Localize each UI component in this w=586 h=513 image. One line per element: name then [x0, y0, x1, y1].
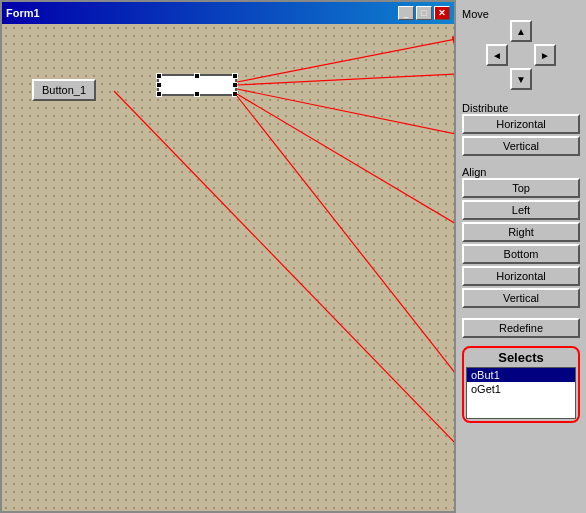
form-title: Form1 [6, 7, 40, 19]
arrow-left-button[interactable]: ◄ [486, 44, 508, 66]
arrow-down-button[interactable]: ▼ [510, 68, 532, 90]
selection-handles [159, 76, 235, 94]
form-body: Button_1 [2, 24, 454, 511]
align-label: Align [462, 166, 580, 178]
main-container: Form1 _ □ ✕ Button_1 [0, 0, 586, 513]
align-right-button[interactable]: Right [462, 222, 580, 242]
align-section: Align Top Left Right Bottom Horizontal V… [462, 164, 580, 310]
handle-bottom-left [156, 91, 162, 97]
handle-middle-left [156, 82, 162, 88]
align-top-button[interactable]: Top [462, 178, 580, 198]
align-left-button[interactable]: Left [462, 200, 580, 220]
arrow-empty-2 [534, 20, 556, 42]
titlebar-buttons: _ □ ✕ [398, 6, 450, 20]
move-label: Move [462, 8, 580, 20]
svg-line-3 [237, 94, 454, 224]
move-arrows: ▲ ◄ ► ▼ [462, 20, 580, 90]
selects-item-0[interactable]: oBut1 [467, 368, 575, 382]
arrow-center [510, 44, 532, 66]
handle-bottom-right [232, 91, 238, 97]
handle-bottom-center [194, 91, 200, 97]
arrow-right-button[interactable]: ► [534, 44, 556, 66]
selects-section: Selects oBut1 oGet1 [462, 346, 580, 423]
handle-top-center [194, 73, 200, 79]
selects-item-1[interactable]: oGet1 [467, 382, 575, 396]
svg-line-5 [114, 91, 454, 444]
minimize-button[interactable]: _ [398, 6, 414, 20]
arrow-empty-4 [534, 68, 556, 90]
distribute-vertical-button[interactable]: Vertical [462, 136, 580, 156]
form-button1[interactable]: Button_1 [32, 79, 96, 101]
close-button[interactable]: ✕ [434, 6, 450, 20]
move-section: Move ▲ ◄ ► ▼ [462, 6, 580, 94]
align-horizontal-button[interactable]: Horizontal [462, 266, 580, 286]
align-vertical-button[interactable]: Vertical [462, 288, 580, 308]
arrow-empty-1 [486, 20, 508, 42]
svg-line-2 [237, 89, 454, 134]
selects-label: Selects [466, 350, 576, 365]
handle-top-right [232, 73, 238, 79]
distribute-section: Distribute Horizontal Vertical [462, 100, 580, 158]
svg-line-0 [237, 39, 454, 82]
redefine-button[interactable]: Redefine [462, 318, 580, 338]
arrow-empty-3 [486, 68, 508, 90]
form-window: Form1 _ □ ✕ Button_1 [0, 0, 456, 513]
right-panel: Move ▲ ◄ ► ▼ Distribute Horizontal Verti… [456, 0, 586, 513]
selects-list[interactable]: oBut1 oGet1 [466, 367, 576, 419]
distribute-horizontal-button[interactable]: Horizontal [462, 114, 580, 134]
align-bottom-button[interactable]: Bottom [462, 244, 580, 264]
distribute-label: Distribute [462, 102, 580, 114]
maximize-button[interactable]: □ [416, 6, 432, 20]
form-titlebar: Form1 _ □ ✕ [2, 2, 454, 24]
svg-line-4 [237, 96, 454, 374]
svg-line-1 [237, 74, 454, 85]
handle-middle-right [232, 82, 238, 88]
form-selected-control[interactable] [157, 74, 237, 96]
arrow-up-button[interactable]: ▲ [510, 20, 532, 42]
handle-top-left [156, 73, 162, 79]
